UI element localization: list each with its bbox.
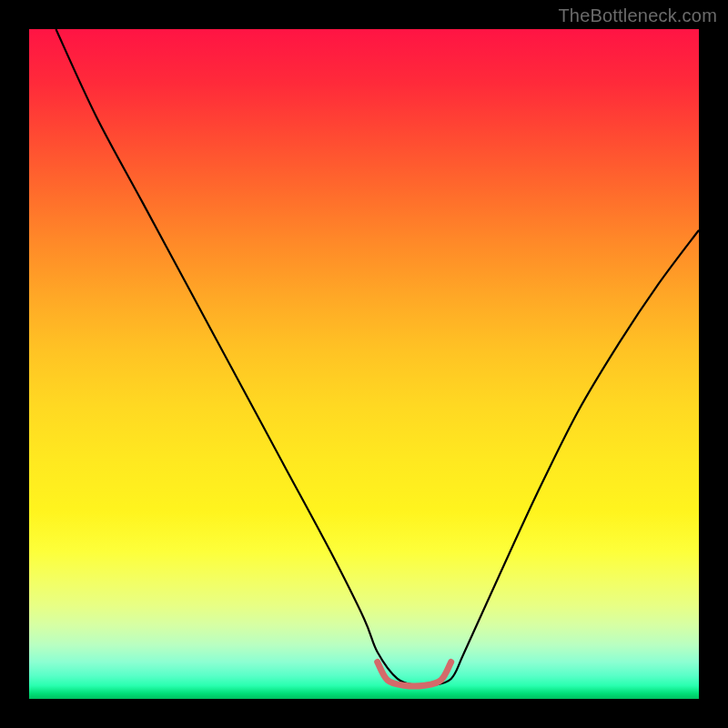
chart-frame: TheBottleneck.com [0,0,728,728]
series-bottleneck-curve [56,29,699,686]
series-sweet-spot [378,662,451,686]
chart-svg [29,29,699,699]
series-layer [56,29,699,686]
watermark-label: TheBottleneck.com [558,5,717,26]
plot-area [29,29,699,699]
